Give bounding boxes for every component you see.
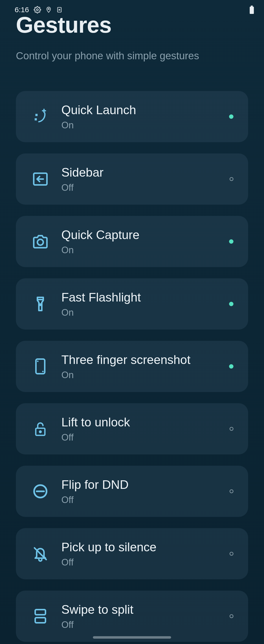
svg-point-0: [37, 9, 39, 11]
item-status: On: [61, 120, 217, 130]
sidebar-arrow-icon: [32, 170, 49, 188]
page-content: Gestures Control your phone with simple …: [0, 0, 264, 642]
battery-icon: [249, 6, 254, 14]
item-text: Three finger screenshot On: [61, 353, 217, 380]
svg-point-7: [40, 304, 41, 306]
item-status: Off: [61, 557, 217, 568]
status-indicator: [229, 427, 233, 431]
svg-rect-12: [35, 610, 46, 615]
item-status: Off: [61, 495, 217, 505]
phone-icon: [32, 358, 49, 375]
status-indicator: [229, 302, 233, 306]
card-icon: [56, 6, 63, 14]
status-indicator: [229, 489, 233, 493]
item-text: Fast Flashlight On: [61, 290, 217, 318]
status-right: [249, 6, 254, 14]
item-status: On: [61, 245, 217, 256]
item-status: Off: [61, 182, 217, 193]
svg-rect-4: [250, 6, 254, 14]
status-indicator: [229, 239, 233, 244]
item-status: On: [61, 307, 217, 318]
item-status: Off: [61, 432, 217, 443]
camera-icon: [32, 233, 49, 250]
item-title: Flip for DND: [61, 478, 217, 492]
status-indicator: [229, 614, 233, 618]
item-quick-launch[interactable]: Quick Launch On: [16, 91, 248, 142]
item-three-finger-screenshot[interactable]: Three finger screenshot On: [16, 341, 248, 392]
item-status: Off: [61, 620, 217, 630]
item-swipe-to-split[interactable]: Swipe to split Off: [16, 590, 248, 642]
nav-bar-handle[interactable]: [93, 636, 171, 639]
item-text: Swipe to split Off: [61, 602, 217, 630]
svg-rect-13: [35, 618, 46, 623]
svg-point-10: [40, 431, 41, 433]
item-title: Quick Launch: [61, 103, 217, 117]
item-text: Quick Capture On: [61, 228, 217, 256]
dnd-icon: [32, 482, 49, 500]
status-icons-left: [34, 6, 63, 14]
status-indicator: [229, 552, 233, 556]
item-text: Pick up to silence Off: [61, 540, 217, 568]
item-quick-capture[interactable]: Quick Capture On: [16, 216, 248, 267]
item-title: Fast Flashlight: [61, 290, 217, 304]
gear-icon: [34, 6, 41, 14]
item-title: Three finger screenshot: [61, 353, 217, 367]
item-title: Swipe to split: [61, 602, 217, 617]
split-icon: [32, 608, 49, 625]
item-title: Pick up to silence: [61, 540, 217, 554]
item-status: On: [61, 370, 217, 380]
item-title: Sidebar: [61, 166, 217, 180]
item-title: Lift to unlock: [61, 415, 217, 429]
item-pick-up-to-silence[interactable]: Pick up to silence Off: [16, 528, 248, 579]
page-subtitle: Control your phone with simple gestures: [16, 50, 248, 62]
status-indicator: [229, 177, 233, 181]
status-indicator: [229, 114, 233, 119]
lock-icon: [32, 420, 49, 438]
item-text: Flip for DND Off: [61, 478, 217, 505]
svg-point-6: [37, 239, 43, 245]
bell-off-icon: [32, 545, 49, 562]
item-text: Lift to unlock Off: [61, 415, 217, 443]
status-time: 6:16: [15, 6, 29, 14]
status-indicator: [229, 364, 233, 368]
svg-rect-3: [251, 6, 253, 6]
item-title: Quick Capture: [61, 228, 217, 242]
item-text: Sidebar Off: [61, 166, 217, 193]
location-icon: [46, 6, 52, 14]
item-sidebar[interactable]: Sidebar Off: [16, 154, 248, 205]
item-flip-for-dnd[interactable]: Flip for DND Off: [16, 466, 248, 517]
item-fast-flashlight[interactable]: Fast Flashlight On: [16, 278, 248, 330]
svg-point-1: [48, 8, 49, 10]
flashlight-icon: [32, 295, 49, 313]
sparkle-moon-icon: [32, 108, 49, 126]
gesture-list: Quick Launch On Sidebar Off: [16, 91, 248, 642]
item-text: Quick Launch On: [61, 103, 217, 130]
status-bar: 6:16: [0, 0, 264, 20]
status-left: 6:16: [15, 6, 63, 14]
item-lift-to-unlock[interactable]: Lift to unlock Off: [16, 403, 248, 454]
